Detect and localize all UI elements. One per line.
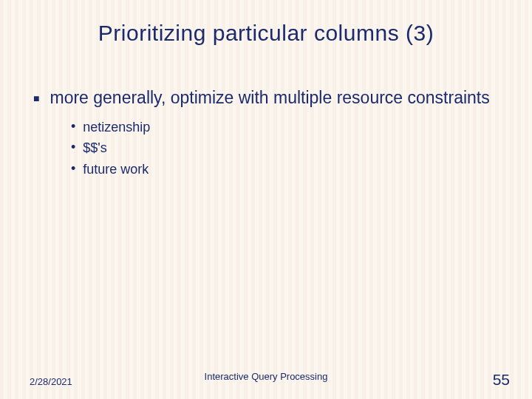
square-bullet-icon: ■: [33, 92, 39, 104]
dot-bullet-icon: •: [71, 118, 75, 135]
dot-bullet-icon: •: [71, 139, 75, 156]
sub-bullet: • netizenship: [71, 118, 502, 136]
slide: Prioritizing particular columns (3) ■ mo…: [0, 0, 532, 399]
slide-title: Prioritizing particular columns (3): [30, 21, 502, 46]
sub-bullet-list: • netizenship • $$'s • future work: [71, 118, 502, 178]
sub-bullet-text: $$'s: [83, 139, 106, 157]
page-number: 55: [493, 371, 510, 389]
bullet-main-text: more generally, optimize with multiple r…: [50, 86, 489, 109]
bullet-main: ■ more generally, optimize with multiple…: [33, 86, 502, 109]
sub-bullet: • future work: [71, 160, 502, 178]
footer-date: 2/28/2021: [30, 376, 72, 387]
sub-bullet-text: netizenship: [83, 118, 150, 136]
footer-title: Interactive Query Processing: [205, 371, 328, 382]
sub-bullet-text: future work: [83, 160, 149, 178]
sub-bullet: • $$'s: [71, 139, 502, 157]
footer: 2/28/2021 Interactive Query Processing 5…: [0, 371, 532, 389]
dot-bullet-icon: •: [71, 160, 75, 177]
